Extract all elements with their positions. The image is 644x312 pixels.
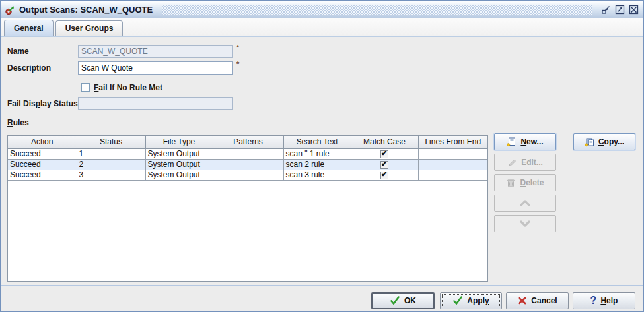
fail-display-status-label: Fail Display Status (7, 99, 78, 108)
titlebar-texture (162, 5, 592, 15)
match-case-checkbox (380, 150, 388, 158)
maximize-button[interactable] (614, 4, 626, 15)
rules-section-label: Rules (7, 118, 29, 127)
fail-display-status-field (78, 97, 233, 110)
column-header-match-case[interactable]: Match Case (351, 136, 418, 148)
move-down-button (494, 215, 556, 232)
red-x-icon (517, 296, 527, 305)
match-case-checkbox (380, 161, 388, 169)
new-document-icon (507, 137, 517, 147)
table-row[interactable]: Succeed 1 System Output scan " 1 rule (8, 148, 487, 159)
output-scans-dialog: Output Scans: SCAN_W_QUOTE (0, 0, 644, 312)
pencil-icon (507, 158, 517, 168)
green-check-icon (390, 296, 400, 305)
name-field (78, 45, 233, 58)
app-icon (5, 5, 15, 15)
table-header-row: Action Status File Type Patterns Search … (8, 136, 487, 148)
delete-button: Delete (494, 174, 556, 191)
description-label: Description (7, 63, 51, 73)
title-bar: Output Scans: SCAN_W_QUOTE (1, 1, 643, 18)
cancel-button[interactable]: Cancel (506, 292, 569, 309)
window-title: Output Scans: SCAN_W_QUOTE (19, 5, 153, 15)
description-required-marker: * (236, 60, 239, 68)
column-header-patterns[interactable]: Patterns (213, 136, 283, 148)
rules-table: Action Status File Type Patterns Search … (7, 135, 488, 282)
fail-if-no-rule-met-checkbox[interactable] (81, 83, 90, 92)
fail-if-no-rule-met-label: Fail If No Rule Met (94, 83, 162, 92)
copy-icon (585, 137, 594, 147)
move-up-button (494, 195, 556, 212)
footer-button-bar: OK Apply Cancel ? Help (1, 286, 643, 311)
column-header-file-type[interactable]: File Type (145, 136, 213, 148)
description-field[interactable] (78, 61, 233, 75)
help-button[interactable]: ? Help (573, 292, 635, 309)
name-label: Name (7, 47, 29, 56)
new-button[interactable]: New... (494, 133, 556, 150)
tab-bar: General User Groups (1, 18, 643, 36)
table-row[interactable]: Succeed 2 System Output scan 2 rule (8, 159, 487, 170)
trash-icon (506, 178, 516, 188)
general-tab-panel: Name * Description * Fail If No Rule Met… (1, 36, 643, 286)
match-case-checkbox (380, 172, 388, 179)
chevron-up-icon (519, 199, 531, 207)
close-button[interactable] (628, 4, 639, 15)
apply-button[interactable]: Apply (440, 292, 502, 309)
ok-button[interactable]: OK (371, 292, 435, 309)
table-row[interactable]: Succeed 3 System Output scan 3 rule (8, 170, 487, 180)
question-mark-icon: ? (590, 296, 597, 306)
chevron-down-icon (519, 220, 531, 228)
edit-button: Edit... (494, 154, 556, 171)
column-header-action[interactable]: Action (8, 136, 77, 148)
tab-general[interactable]: General (4, 20, 54, 36)
tab-user-groups[interactable]: User Groups (55, 20, 124, 36)
column-header-search-text[interactable]: Search Text (283, 136, 351, 148)
green-check-icon (452, 296, 463, 305)
minimize-button[interactable] (600, 4, 612, 15)
name-required-marker: * (236, 44, 239, 51)
copy-button[interactable]: Copy... (573, 133, 635, 150)
column-header-lines-from-end[interactable]: Lines From End (418, 136, 487, 148)
column-header-status[interactable]: Status (77, 136, 145, 148)
